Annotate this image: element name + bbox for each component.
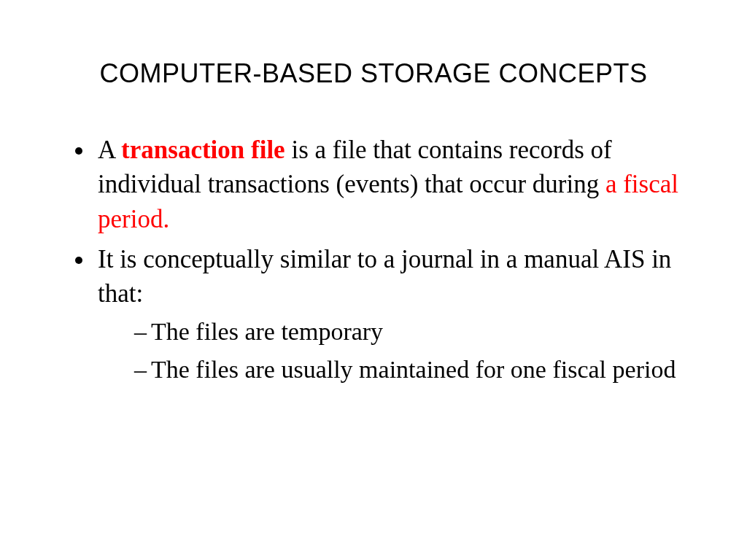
sub-bullet-text: The files are usually maintained for one…	[151, 356, 676, 383]
slide-title: COMPUTER-BASED STORAGE CONCEPTS	[51, 58, 696, 89]
bullet-item: A transaction file is a file that contai…	[95, 133, 696, 236]
sub-bullet-list: The files are temporary The files are us…	[98, 315, 696, 386]
bullet-text: A	[98, 136, 121, 164]
bullet-item: It is conceptually similar to a journal …	[95, 242, 696, 386]
bullet-text: It is conceptually similar to a journal …	[98, 245, 671, 308]
sub-bullet-text: The files are temporary	[151, 318, 383, 345]
sub-bullet-item: The files are usually maintained for one…	[134, 353, 696, 386]
bullet-list: A transaction file is a file that contai…	[51, 133, 696, 386]
sub-bullet-item: The files are temporary	[134, 315, 696, 349]
slide: COMPUTER-BASED STORAGE CONCEPTS A transa…	[0, 0, 747, 560]
highlight-text: transaction file	[121, 136, 285, 164]
